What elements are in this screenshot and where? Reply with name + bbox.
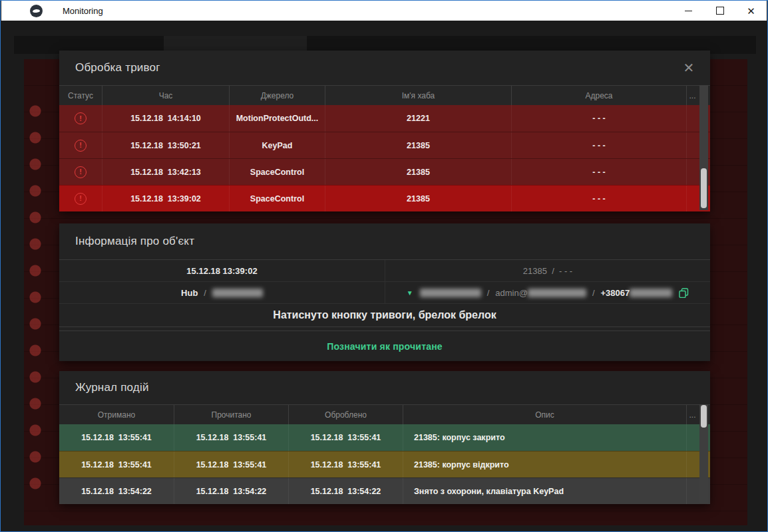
col-source: Джерело <box>229 86 325 105</box>
time-cell: 15.12.18 14:14:10 <box>102 105 229 132</box>
status-cell: ! <box>59 105 102 132</box>
event-table-scrollbar[interactable] <box>699 404 708 503</box>
more-cell <box>686 478 698 504</box>
hub-number-address: 21385 / - - - <box>385 260 710 281</box>
more-cell <box>686 105 698 132</box>
redacted-contact-name <box>420 289 481 297</box>
event-panel-header: Журнал подій <box>59 371 710 404</box>
col-status: Статус <box>59 86 102 105</box>
more-cell <box>686 159 698 185</box>
col-read: Прочитано <box>174 405 288 424</box>
description-cell: 21385: корпус відкрито <box>403 452 686 477</box>
col-processed: Оброблено <box>288 405 403 424</box>
description-cell: 21385: корпус закрито <box>403 424 686 451</box>
hub-cell: 21385 <box>325 159 511 185</box>
more-cell <box>686 424 698 451</box>
contact-group: ▼ / admin@ / +38067 <box>385 282 710 303</box>
title-bar: Monitoring ✕ <box>1 1 767 21</box>
alarm-processing-panel: Обробка тривог ✕ Статус Час Джерело Ім'я… <box>59 51 710 211</box>
dropdown-triangle-icon[interactable]: ▼ <box>407 289 413 297</box>
maximize-icon <box>716 7 724 15</box>
alarm-row[interactable]: ! 15.12.18 13:50:21 KeyPad 21385 - - - <box>59 132 710 158</box>
mark-read-row: Позначити як прочитане <box>59 331 710 361</box>
address-cell: - - - <box>511 105 686 132</box>
col-received: Отримано <box>59 405 174 424</box>
info-row-contacts: Hub / ▼ / admin@ / +38067 <box>59 281 710 303</box>
processed-cell: 15.12.18 13:54:22 <box>288 478 403 504</box>
description-cell: Знято з охорони, клавіатура KeyPad <box>403 478 686 504</box>
app-logo-icon <box>30 5 43 17</box>
event-log-panel: Журнал подій Отримано Прочитано Оброблен… <box>59 371 710 504</box>
alarm-row-selected[interactable]: ! 15.12.18 13:39:02 SpaceControl 21385 -… <box>59 185 710 211</box>
info-panel-header: Інформація про об'єкт <box>59 223 710 259</box>
hub-cell: 21385 <box>325 186 511 211</box>
status-cell: ! <box>59 186 102 211</box>
hub-id-group: Hub / <box>59 282 385 303</box>
redacted-hub-id <box>212 289 263 297</box>
alarm-status-icon: ! <box>75 193 87 205</box>
read-cell: 15.12.18 13:55:41 <box>174 424 288 451</box>
redacted-phone-digits <box>630 289 672 297</box>
address-cell: - - - <box>511 159 686 185</box>
redacted-email-domain <box>528 289 586 297</box>
alarm-status-icon: ! <box>75 166 87 178</box>
event-row[interactable]: 15.12.18 13:55:41 15.12.18 13:55:41 15.1… <box>59 451 710 477</box>
background-status-icons <box>26 99 45 491</box>
mark-as-read-button[interactable]: Позначити як прочитане <box>327 341 443 352</box>
time-cell: 15.12.18 13:39:02 <box>102 186 229 211</box>
scrollbar-thumb[interactable] <box>701 405 707 428</box>
object-info-panel: Інформація про об'єкт 15.12.18 13:39:02 … <box>59 223 710 361</box>
alarm-panel-header: Обробка тривог ✕ <box>59 51 710 85</box>
status-cell: ! <box>59 159 102 185</box>
col-more: ... <box>686 405 698 424</box>
processed-cell: 15.12.18 13:55:41 <box>288 452 403 477</box>
read-cell: 15.12.18 13:54:22 <box>174 478 288 504</box>
col-address: Адреса <box>511 86 686 105</box>
alarm-table-header: Статус Час Джерело Ім'я хаба Адреса ... <box>59 85 710 105</box>
minimize-icon <box>685 11 692 11</box>
source-cell: KeyPad <box>229 132 325 158</box>
alarm-table-scrollbar[interactable] <box>699 85 708 210</box>
read-cell: 15.12.18 13:55:41 <box>174 452 288 477</box>
copy-icon[interactable] <box>679 288 689 298</box>
window-title: Monitoring <box>63 6 103 16</box>
source-cell: SpaceControl <box>229 186 325 211</box>
address-cell: - - - <box>511 132 686 158</box>
alarm-status-icon: ! <box>75 112 87 124</box>
col-hub-name: Ім'я хаба <box>325 86 511 105</box>
double-divider <box>59 327 710 331</box>
alarm-status-icon: ! <box>75 140 87 152</box>
more-cell <box>686 132 698 158</box>
col-description: Опис <box>403 405 686 424</box>
status-cell: ! <box>59 132 102 158</box>
more-cell <box>686 452 698 477</box>
time-cell: 15.12.18 13:42:13 <box>102 159 229 185</box>
event-row[interactable]: 15.12.18 13:54:22 15.12.18 13:54:22 15.1… <box>59 477 710 504</box>
hub-cell: 21221 <box>325 105 511 132</box>
close-window-button[interactable]: ✕ <box>735 1 767 21</box>
modal-close-button[interactable]: ✕ <box>679 59 698 77</box>
processed-cell: 15.12.18 13:55:41 <box>288 424 403 451</box>
event-table-header: Отримано Прочитано Оброблено Опис ... <box>59 404 710 424</box>
more-cell <box>686 186 698 211</box>
received-cell: 15.12.18 13:55:41 <box>59 424 174 451</box>
source-cell: MotionProtectOutd... <box>229 105 325 132</box>
col-more: ... <box>686 86 698 105</box>
alarm-message: Натиснуто кнопку тривоги, брелок брелок <box>59 303 710 326</box>
minimize-button[interactable] <box>673 1 704 21</box>
col-time: Час <box>102 86 229 105</box>
info-row-datetime: 15.12.18 13:39:02 21385 / - - - <box>59 260 710 281</box>
scrollbar-thumb[interactable] <box>701 168 707 208</box>
window-controls: ✕ <box>673 1 767 21</box>
alarm-row[interactable]: ! 15.12.18 13:42:13 SpaceControl 21385 -… <box>59 158 710 185</box>
received-cell: 15.12.18 13:54:22 <box>59 478 174 504</box>
info-panel-title: Інформація про об'єкт <box>75 235 194 248</box>
hub-cell: 21385 <box>325 132 511 158</box>
alarm-datetime: 15.12.18 13:39:02 <box>59 260 385 281</box>
maximize-button[interactable] <box>704 1 735 21</box>
source-cell: SpaceControl <box>229 159 325 185</box>
event-row[interactable]: 15.12.18 13:55:41 15.12.18 13:55:41 15.1… <box>59 424 710 451</box>
time-cell: 15.12.18 13:50:21 <box>102 132 229 158</box>
close-icon: ✕ <box>747 6 755 16</box>
alarm-row[interactable]: ! 15.12.18 14:14:10 MotionProtectOutd...… <box>59 105 710 132</box>
